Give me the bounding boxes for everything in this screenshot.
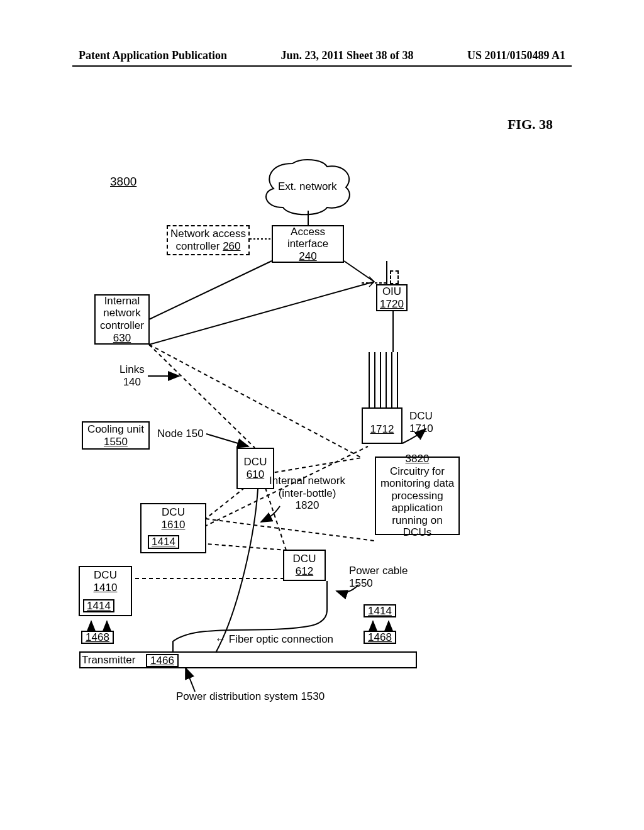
circ-l5: running on DCUs [378,514,457,539]
header-mid: Jun. 23, 2011 Sheet 38 of 38 [280,49,413,62]
dcu1410-n: 1410 [94,582,118,594]
header-right: US 2011/0150489 A1 [467,49,565,62]
dcu-612: DCU 612 [283,550,326,581]
cool-n: 1550 [104,436,128,448]
inc-n: 630 [113,332,131,345]
svg-line-29 [186,668,195,692]
ref-1414-b-inner: 1414 [83,599,114,612]
circ-l1: Circuitry for [390,465,445,478]
svg-line-3 [149,261,272,319]
internal-network-controller: Internal network controller 630 [94,294,150,345]
dcu1712-n: 1712 [370,423,394,436]
svg-line-7 [149,345,362,458]
fiber-optic-label: ← Fiber optic connection [215,633,333,646]
r1414b-n: 1414 [87,600,111,612]
header-rule [72,65,572,67]
oiu-box: OIU 1720 [376,284,408,311]
power-distribution-label: Power distribution system 1530 [176,690,325,703]
circuitry-box: 3820 Circuitry for monitoring data proce… [375,456,460,535]
svg-line-20 [261,458,362,475]
r1414a-n: 1414 [152,536,175,548]
r1414c-n: 1414 [368,605,392,617]
transmitter-label: Transmitter [82,654,135,667]
dcu1610-n: 1610 [162,519,186,531]
nac-l2: controller 260 [175,240,240,253]
svg-line-2 [344,261,374,282]
circ-l2: monitoring data [380,477,454,490]
ref-1466: 1466 [146,654,179,667]
ai-l1: Access [291,226,325,238]
internal-network-label: Internal network (inter-bottle) 1820 [269,475,345,512]
ai-n: 240 [299,250,316,263]
dcu1610-l1: DCU [162,506,185,519]
cool-l1: Cooling unit [87,423,144,436]
circ-l4: application [392,502,443,514]
ref-1468-a: 1468 [81,631,114,644]
power-cable-label: Power cable 1550 [349,565,408,589]
ref-1414-c: 1414 [364,604,396,617]
dcu612-n: 612 [296,565,313,578]
r1466-n: 1466 [150,655,174,667]
dcu-610: DCU 610 [236,448,274,489]
ai-l2: interface [287,238,328,250]
header-left: Patent Application Publication [79,49,227,62]
inc-l1: Internal [104,295,140,307]
figure-diagram: 3800 Ext. network Network access control… [72,157,575,723]
cloud-label: Ext. network [278,180,337,193]
r1468a-n: 1468 [86,631,109,644]
nac-l1: Network access [170,228,246,240]
dcu-1710-label: DCU 1710 [409,410,433,434]
system-number: 3800 [110,175,136,189]
svg-line-4 [149,282,374,345]
ref-1468-b: 1468 [364,631,396,644]
oiu-n: 1720 [380,298,404,311]
access-interface: Access interface 240 [272,225,344,263]
svg-line-17 [206,434,248,446]
dcu612-l1: DCU [293,553,316,565]
dcu1410-l1: DCU [94,569,117,582]
node-label: Node 150 [157,428,204,440]
inc-l3: controller [100,319,144,332]
oiu-small [390,270,399,284]
cooling-unit: Cooling unit 1550 [82,421,150,450]
dcu610-n: 610 [247,468,264,481]
network-access-controller: Network access controller 260 [167,225,250,255]
dcu610-l1: DCU [244,456,267,468]
ref-1414-a-inner: 1414 [148,535,179,549]
inc-l2: network [103,307,141,319]
dcu-1712: 1712 [362,407,402,444]
svg-line-23 [206,519,374,541]
links-label: Links 140 [119,363,145,388]
oiu-l1: OIU [382,285,401,298]
circ-n: 3820 [406,453,430,465]
circ-l3: processing [391,490,443,502]
figure-label: FIG. 38 [508,116,553,133]
r1468b-n: 1468 [368,631,392,644]
